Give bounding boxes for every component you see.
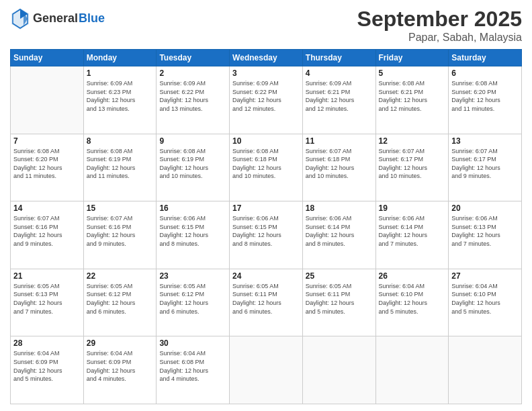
cell-info: Sunrise: 6:04 AM Sunset: 6:10 PM Dayligh… [379, 282, 446, 316]
day-number: 22 [87, 271, 154, 281]
cell-info: Sunrise: 6:09 AM Sunset: 6:23 PM Dayligh… [87, 79, 154, 113]
day-number: 9 [159, 136, 226, 146]
logo: General Blue [10, 7, 105, 31]
day-number: 24 [232, 271, 300, 281]
cell-info: Sunrise: 6:08 AM Sunset: 6:19 PM Dayligh… [87, 147, 154, 181]
day-number: 15 [87, 203, 154, 213]
calendar-cell: 25Sunrise: 6:05 AM Sunset: 6:11 PM Dayli… [302, 269, 375, 336]
day-number: 30 [159, 338, 226, 348]
cell-info: Sunrise: 6:06 AM Sunset: 6:14 PM Dayligh… [306, 214, 373, 248]
day-number: 11 [306, 136, 373, 146]
cell-info: Sunrise: 6:05 AM Sunset: 6:11 PM Dayligh… [306, 282, 373, 316]
weekday-header-saturday: Saturday [449, 50, 522, 66]
cell-info: Sunrise: 6:04 AM Sunset: 6:09 PM Dayligh… [13, 349, 81, 383]
day-number: 4 [306, 68, 373, 78]
weekday-header-friday: Friday [375, 50, 449, 66]
weekday-header-tuesday: Tuesday [157, 50, 230, 66]
cell-info: Sunrise: 6:05 AM Sunset: 6:13 PM Dayligh… [13, 282, 81, 316]
calendar-week-row: 14Sunrise: 6:07 AM Sunset: 6:16 PM Dayli… [11, 201, 522, 269]
cell-info: Sunrise: 6:07 AM Sunset: 6:17 PM Dayligh… [379, 147, 446, 181]
calendar-cell: 12Sunrise: 6:07 AM Sunset: 6:17 PM Dayli… [375, 134, 449, 201]
logo-general-text: General [33, 12, 78, 26]
day-number: 12 [379, 136, 446, 146]
calendar-cell [375, 336, 449, 404]
cell-info: Sunrise: 6:04 AM Sunset: 6:08 PM Dayligh… [159, 349, 226, 383]
calendar-cell: 30Sunrise: 6:04 AM Sunset: 6:08 PM Dayli… [157, 336, 230, 404]
weekday-header-row: SundayMondayTuesdayWednesdayThursdayFrid… [11, 50, 522, 66]
calendar-cell: 8Sunrise: 6:08 AM Sunset: 6:19 PM Daylig… [83, 134, 157, 201]
cell-info: Sunrise: 6:06 AM Sunset: 6:13 PM Dayligh… [451, 214, 519, 248]
day-number: 20 [451, 203, 519, 213]
day-number: 6 [451, 68, 519, 78]
calendar-cell: 14Sunrise: 6:07 AM Sunset: 6:16 PM Dayli… [11, 201, 84, 269]
calendar-cell [302, 336, 375, 404]
cell-info: Sunrise: 6:04 AM Sunset: 6:09 PM Dayligh… [87, 349, 154, 383]
calendar-cell [11, 66, 84, 134]
calendar-cell: 4Sunrise: 6:09 AM Sunset: 6:21 PM Daylig… [302, 66, 375, 134]
day-number: 27 [451, 271, 519, 281]
calendar-cell: 18Sunrise: 6:06 AM Sunset: 6:14 PM Dayli… [302, 201, 375, 269]
calendar-cell: 21Sunrise: 6:05 AM Sunset: 6:13 PM Dayli… [11, 269, 84, 336]
calendar-cell: 10Sunrise: 6:08 AM Sunset: 6:18 PM Dayli… [230, 134, 303, 201]
calendar-cell: 22Sunrise: 6:05 AM Sunset: 6:12 PM Dayli… [83, 269, 157, 336]
calendar-week-row: 21Sunrise: 6:05 AM Sunset: 6:13 PM Dayli… [11, 269, 522, 336]
logo-text-block: General Blue [33, 12, 105, 26]
weekday-header-monday: Monday [83, 50, 157, 66]
calendar-cell: 16Sunrise: 6:06 AM Sunset: 6:15 PM Dayli… [157, 201, 230, 269]
calendar-cell: 19Sunrise: 6:06 AM Sunset: 6:14 PM Dayli… [375, 201, 449, 269]
cell-info: Sunrise: 6:04 AM Sunset: 6:10 PM Dayligh… [451, 282, 519, 316]
day-number: 13 [451, 136, 519, 146]
day-number: 17 [232, 203, 300, 213]
day-number: 26 [379, 271, 446, 281]
logo-blue-text: Blue [79, 12, 105, 26]
calendar-cell: 2Sunrise: 6:09 AM Sunset: 6:22 PM Daylig… [157, 66, 230, 134]
calendar-cell: 9Sunrise: 6:08 AM Sunset: 6:19 PM Daylig… [157, 134, 230, 201]
cell-info: Sunrise: 6:08 AM Sunset: 6:19 PM Dayligh… [159, 147, 226, 181]
page-header: General Blue September 2025 Papar, Sabah… [10, 7, 522, 44]
calendar-cell: 5Sunrise: 6:08 AM Sunset: 6:21 PM Daylig… [375, 66, 449, 134]
cell-info: Sunrise: 6:08 AM Sunset: 6:18 PM Dayligh… [232, 147, 300, 181]
calendar-cell [449, 336, 522, 404]
calendar-week-row: 1Sunrise: 6:09 AM Sunset: 6:23 PM Daylig… [11, 66, 522, 134]
cell-info: Sunrise: 6:08 AM Sunset: 6:20 PM Dayligh… [13, 147, 81, 181]
cell-info: Sunrise: 6:08 AM Sunset: 6:20 PM Dayligh… [451, 79, 519, 113]
calendar-cell: 11Sunrise: 6:07 AM Sunset: 6:18 PM Dayli… [302, 134, 375, 201]
day-number: 5 [379, 68, 446, 78]
cell-info: Sunrise: 6:07 AM Sunset: 6:18 PM Dayligh… [306, 147, 373, 181]
cell-info: Sunrise: 6:06 AM Sunset: 6:15 PM Dayligh… [232, 214, 300, 248]
cell-info: Sunrise: 6:08 AM Sunset: 6:21 PM Dayligh… [379, 79, 446, 113]
calendar-cell [230, 336, 303, 404]
day-number: 28 [13, 338, 81, 348]
day-number: 16 [159, 203, 226, 213]
cell-info: Sunrise: 6:07 AM Sunset: 6:16 PM Dayligh… [13, 214, 81, 248]
cell-info: Sunrise: 6:09 AM Sunset: 6:22 PM Dayligh… [232, 79, 300, 113]
day-number: 3 [232, 68, 300, 78]
day-number: 29 [87, 338, 154, 348]
calendar-cell: 13Sunrise: 6:07 AM Sunset: 6:17 PM Dayli… [449, 134, 522, 201]
title-block: September 2025 Papar, Sabah, Malaysia [357, 7, 522, 44]
calendar-cell: 27Sunrise: 6:04 AM Sunset: 6:10 PM Dayli… [449, 269, 522, 336]
calendar-cell: 24Sunrise: 6:05 AM Sunset: 6:11 PM Dayli… [230, 269, 303, 336]
calendar-cell: 20Sunrise: 6:06 AM Sunset: 6:13 PM Dayli… [449, 201, 522, 269]
calendar-week-row: 7Sunrise: 6:08 AM Sunset: 6:20 PM Daylig… [11, 134, 522, 201]
calendar-cell: 1Sunrise: 6:09 AM Sunset: 6:23 PM Daylig… [83, 66, 157, 134]
cell-info: Sunrise: 6:05 AM Sunset: 6:12 PM Dayligh… [159, 282, 226, 316]
day-number: 2 [159, 68, 226, 78]
day-number: 7 [13, 136, 81, 146]
cell-info: Sunrise: 6:06 AM Sunset: 6:14 PM Dayligh… [379, 214, 446, 248]
calendar-cell: 29Sunrise: 6:04 AM Sunset: 6:09 PM Dayli… [83, 336, 157, 404]
location-title: Papar, Sabah, Malaysia [357, 32, 522, 44]
day-number: 1 [87, 68, 154, 78]
calendar-cell: 15Sunrise: 6:07 AM Sunset: 6:16 PM Dayli… [83, 201, 157, 269]
calendar-week-row: 28Sunrise: 6:04 AM Sunset: 6:09 PM Dayli… [11, 336, 522, 404]
calendar-cell: 3Sunrise: 6:09 AM Sunset: 6:22 PM Daylig… [230, 66, 303, 134]
day-number: 21 [13, 271, 81, 281]
day-number: 8 [87, 136, 154, 146]
day-number: 18 [306, 203, 373, 213]
calendar-table: SundayMondayTuesdayWednesdayThursdayFrid… [10, 49, 522, 404]
cell-info: Sunrise: 6:07 AM Sunset: 6:16 PM Dayligh… [87, 214, 154, 248]
weekday-header-thursday: Thursday [302, 50, 375, 66]
cell-info: Sunrise: 6:09 AM Sunset: 6:22 PM Dayligh… [159, 79, 226, 113]
cell-info: Sunrise: 6:05 AM Sunset: 6:12 PM Dayligh… [87, 282, 154, 316]
calendar-cell: 26Sunrise: 6:04 AM Sunset: 6:10 PM Dayli… [375, 269, 449, 336]
